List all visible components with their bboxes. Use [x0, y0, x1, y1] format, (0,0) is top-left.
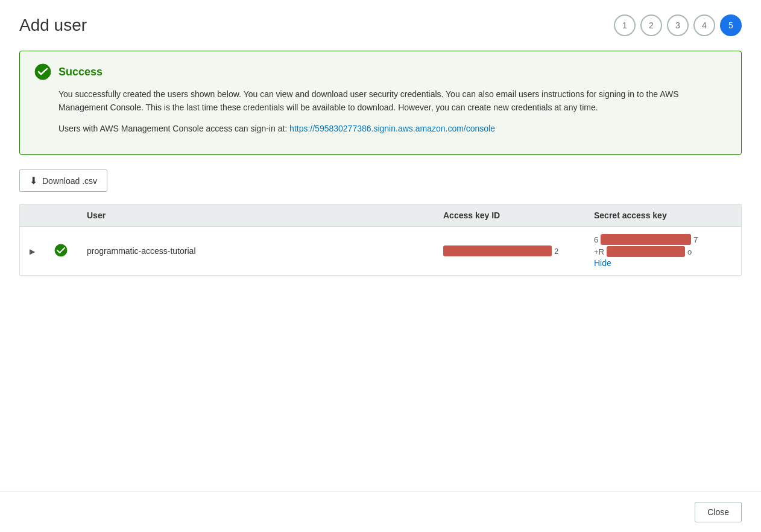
col-status-header	[45, 204, 77, 227]
secret-key-cell: 6 7 +R o Hide	[584, 227, 741, 276]
col-secret-key-header: Secret access key	[584, 204, 741, 227]
users-table: User Access key ID Secret access key ▶	[20, 204, 741, 276]
hide-secret-key-link[interactable]: Hide	[594, 258, 731, 268]
col-user-header: User	[77, 204, 434, 227]
secret-key-redacted-bar-1	[601, 234, 691, 245]
success-header: Success	[34, 63, 727, 80]
secret-key-redacted-bar-2	[607, 246, 685, 257]
page-title: Add user	[19, 16, 87, 35]
steps-indicator: 1 2 3 4 5	[614, 14, 742, 36]
step-1: 1	[614, 14, 636, 36]
success-body: You successfully created the users shown…	[58, 87, 727, 135]
username: programmatic-access-tutorial	[87, 246, 196, 256]
success-message-1: You successfully created the users shown…	[58, 87, 727, 115]
access-key-redacted-bar	[443, 245, 552, 256]
secret-key-value: 6 7 +R o Hide	[594, 234, 731, 268]
close-button[interactable]: Close	[695, 502, 742, 522]
table-row: ▶ programmatic-access-tutorial	[20, 227, 741, 276]
success-title: Success	[58, 66, 103, 78]
access-key-value: 2	[443, 245, 575, 256]
col-expand-header	[20, 204, 45, 227]
download-icon: ⬇	[30, 175, 37, 186]
step-2: 2	[640, 14, 662, 36]
user-cell: programmatic-access-tutorial	[77, 227, 434, 276]
download-csv-button[interactable]: ⬇ Download .csv	[19, 169, 107, 192]
success-message-2: Users with AWS Management Console access…	[58, 122, 727, 135]
expand-arrow-icon[interactable]: ▶	[30, 247, 35, 256]
status-cell	[45, 227, 77, 276]
page-footer: Close	[0, 492, 761, 532]
console-signin-link[interactable]: https://595830277386.signin.aws.amazon.c…	[289, 124, 495, 133]
success-banner: Success You successfully created the use…	[19, 51, 742, 155]
col-access-key-header: Access key ID	[434, 204, 584, 227]
step-4: 4	[693, 14, 715, 36]
table-header-row: User Access key ID Secret access key	[20, 204, 741, 227]
users-table-container: User Access key ID Secret access key ▶	[19, 204, 742, 276]
step-3: 3	[667, 14, 689, 36]
step-5: 5	[720, 14, 742, 36]
expand-cell[interactable]: ▶	[20, 227, 45, 276]
success-check-icon	[34, 63, 51, 80]
row-status-icon	[54, 244, 68, 257]
access-key-cell: 2	[434, 227, 584, 276]
page-header: Add user 1 2 3 4 5	[19, 14, 742, 36]
